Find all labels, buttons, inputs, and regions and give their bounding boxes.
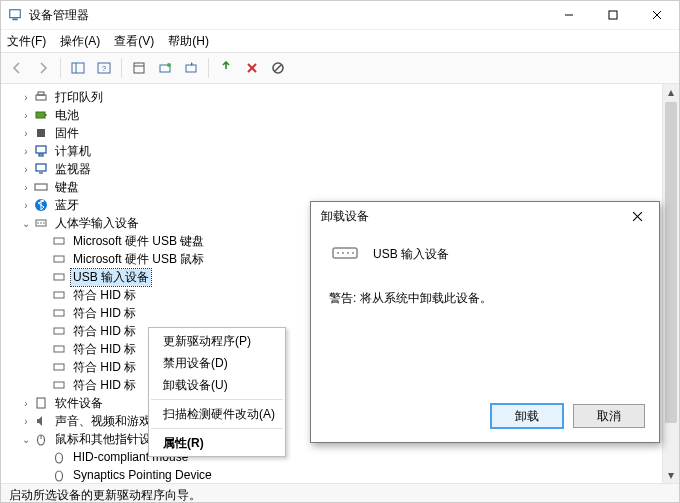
toolbar-separator xyxy=(208,58,209,78)
hid-device-icon xyxy=(51,305,67,321)
svg-point-60 xyxy=(352,252,354,254)
tree-area: ›打印队列 ›电池 ›固件 ›计算机 ›监视器 ›键盘 ›蓝牙 ⌄人体学输入设备… xyxy=(1,84,679,483)
svg-point-47 xyxy=(56,471,63,481)
menu-item-uninstall-device[interactable]: 卸载设备(U) xyxy=(149,374,285,396)
close-button[interactable] xyxy=(635,1,679,29)
menu-item-update-driver[interactable]: 更新驱动程序(P) xyxy=(149,330,285,352)
toolbar-separator xyxy=(60,58,61,78)
maximize-button[interactable] xyxy=(591,1,635,29)
tree-label: USB 输入设备 xyxy=(71,269,151,286)
dialog-close-button[interactable] xyxy=(625,204,649,228)
expand-icon[interactable]: › xyxy=(19,182,33,193)
svg-rect-19 xyxy=(36,95,46,100)
svg-rect-14 xyxy=(186,65,196,72)
hid-device-icon xyxy=(51,233,67,249)
disable-device-toolbar-button[interactable] xyxy=(266,56,290,80)
scroll-down-button[interactable]: ▾ xyxy=(663,467,679,483)
tree-node-firmware[interactable]: ›固件 xyxy=(1,124,662,142)
tree-label: 蓝牙 xyxy=(53,197,81,214)
monitor-icon xyxy=(33,161,49,177)
tree-node-print-queues[interactable]: ›打印队列 xyxy=(1,88,662,106)
expand-icon[interactable]: › xyxy=(19,200,33,211)
tree-node-batteries[interactable]: ›电池 xyxy=(1,106,662,124)
dialog-device-row: USB 输入设备 xyxy=(329,242,641,266)
tree-node-synaptics[interactable]: Synaptics Pointing Device xyxy=(1,466,662,483)
dialog-titlebar: 卸载设备 xyxy=(311,202,659,230)
dialog-buttons: 卸载 取消 xyxy=(491,404,645,428)
menu-view[interactable]: 查看(V) xyxy=(114,33,154,50)
uninstall-button[interactable]: 卸载 xyxy=(491,404,563,428)
tree-label: 人体学输入设备 xyxy=(53,215,141,232)
bluetooth-icon xyxy=(33,197,49,213)
expand-icon[interactable]: › xyxy=(19,92,33,103)
dialog-warning-text: 警告: 将从系统中卸载此设备。 xyxy=(329,290,641,307)
menu-action[interactable]: 操作(A) xyxy=(60,33,100,50)
window-title: 设备管理器 xyxy=(29,7,547,24)
svg-rect-25 xyxy=(39,154,43,156)
tree-label: 键盘 xyxy=(53,179,81,196)
keyboard-icon xyxy=(33,179,49,195)
computer-icon xyxy=(33,143,49,159)
menu-item-scan-hardware[interactable]: 扫描检测硬件改动(A) xyxy=(149,403,285,425)
cancel-button[interactable]: 取消 xyxy=(573,404,645,428)
svg-rect-10 xyxy=(134,63,144,73)
device-large-icon xyxy=(329,242,361,266)
scroll-up-button[interactable]: ▴ xyxy=(663,84,679,100)
expand-icon[interactable]: › xyxy=(19,128,33,139)
help-button[interactable]: ? xyxy=(92,56,116,80)
expand-icon[interactable]: › xyxy=(19,398,33,409)
tree-node-monitors[interactable]: ›监视器 xyxy=(1,160,662,178)
forward-button[interactable] xyxy=(31,56,55,80)
tree-label: 符合 HID 标 xyxy=(71,341,138,358)
tree-label: 监视器 xyxy=(53,161,93,178)
svg-rect-28 xyxy=(35,184,47,190)
svg-rect-34 xyxy=(54,238,64,244)
expand-icon[interactable]: › xyxy=(19,164,33,175)
tree-node-hid-mouse[interactable]: HID-compliant mouse xyxy=(1,448,662,466)
menu-file[interactable]: 文件(F) xyxy=(7,33,46,50)
uninstall-device-toolbar-button[interactable] xyxy=(240,56,264,80)
back-button[interactable] xyxy=(5,56,29,80)
svg-point-31 xyxy=(37,222,39,224)
svg-rect-43 xyxy=(37,398,45,408)
svg-rect-42 xyxy=(54,382,64,388)
minimize-button[interactable] xyxy=(547,1,591,29)
menu-help[interactable]: 帮助(H) xyxy=(168,33,209,50)
properties-toolbar-button[interactable] xyxy=(127,56,151,80)
svg-rect-38 xyxy=(54,310,64,316)
svg-rect-21 xyxy=(36,112,45,118)
enable-device-toolbar-button[interactable] xyxy=(214,56,238,80)
svg-rect-6 xyxy=(72,63,84,73)
menu-item-disable-device[interactable]: 禁用设备(D) xyxy=(149,352,285,374)
svg-rect-40 xyxy=(54,346,64,352)
svg-rect-23 xyxy=(37,129,45,137)
collapse-icon[interactable]: ⌄ xyxy=(19,218,33,229)
svg-rect-0 xyxy=(10,10,21,18)
svg-rect-36 xyxy=(54,274,64,280)
scroll-thumb[interactable] xyxy=(665,102,677,423)
chip-icon xyxy=(33,125,49,141)
svg-rect-41 xyxy=(54,364,64,370)
expand-icon[interactable]: › xyxy=(19,146,33,157)
menu-item-properties[interactable]: 属性(R) xyxy=(149,432,285,454)
collapse-icon[interactable]: ⌄ xyxy=(19,434,33,445)
show-hide-console-tree-button[interactable] xyxy=(66,56,90,80)
expand-icon[interactable]: › xyxy=(19,416,33,427)
device-manager-window: 设备管理器 文件(F) 操作(A) 查看(V) 帮助(H) ? ›打印队列 ›电 xyxy=(0,0,680,503)
svg-rect-26 xyxy=(36,164,46,171)
speaker-icon xyxy=(33,413,49,429)
expand-icon[interactable]: › xyxy=(19,110,33,121)
vertical-scrollbar[interactable]: ▴ ▾ xyxy=(662,84,679,483)
update-driver-toolbar-button[interactable] xyxy=(153,56,177,80)
battery-icon xyxy=(33,107,49,123)
tree-label: Microsoft 硬件 USB 鼠标 xyxy=(71,251,206,268)
context-menu: 更新驱动程序(P) 禁用设备(D) 卸载设备(U) 扫描检测硬件改动(A) 属性… xyxy=(148,327,286,457)
mouse-icon xyxy=(33,431,49,447)
scan-hardware-toolbar-button[interactable] xyxy=(179,56,203,80)
tree-node-keyboards[interactable]: ›键盘 xyxy=(1,178,662,196)
dialog-device-name: USB 输入设备 xyxy=(373,246,449,263)
tree-label: 软件设备 xyxy=(53,395,105,412)
hid-device-icon xyxy=(51,359,67,375)
tree-node-computer[interactable]: ›计算机 xyxy=(1,142,662,160)
hid-device-icon xyxy=(51,251,67,267)
